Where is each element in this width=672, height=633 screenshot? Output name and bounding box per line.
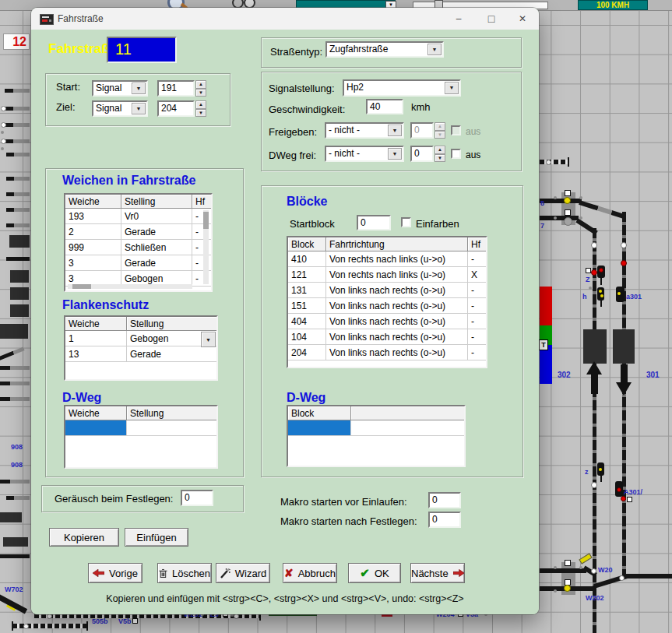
dwegfrei-number-field[interactable]: 0 (410, 146, 434, 162)
cell-dropdown-icon[interactable]: ▼ (201, 332, 216, 347)
einfuegen-button[interactable]: Einfügen (125, 528, 188, 547)
signal-label: a301 (626, 293, 642, 301)
button-label: Einfügen (136, 532, 176, 543)
geraeusch-field[interactable]: 0 (181, 490, 213, 506)
track-segment (5, 123, 30, 127)
scrollbar-thumb[interactable] (203, 212, 209, 229)
table-row[interactable]: 1Gebogen (65, 331, 218, 346)
naechste-button[interactable]: Nächste (410, 563, 465, 583)
dwegfrei-combo[interactable]: - nicht - ▼ (325, 146, 404, 162)
table-row[interactable]: 3Gerade- (65, 255, 213, 271)
combo-value: - nicht - (329, 125, 360, 135)
arrow-left-icon (93, 569, 104, 577)
table-row[interactable] (65, 420, 218, 436)
table-row[interactable]: 193Vr0- (65, 209, 213, 224)
abbruch-button[interactable]: ✘ Abbruch (283, 563, 337, 583)
spin-up-icon[interactable]: ▲ (195, 80, 206, 89)
makro-vor-field[interactable]: 0 (428, 492, 461, 508)
table-row[interactable]: 104Von links nach rechts (o->u)- (288, 329, 487, 345)
spin-up-icon[interactable]: ▲ (195, 100, 206, 109)
window-title: Fahrstraße (58, 13, 104, 24)
start-number-field[interactable]: 191 (157, 80, 195, 97)
table-row[interactable]: 410Von rechts nach links (u->o)- (288, 251, 487, 267)
train-block-large (583, 329, 607, 364)
spin-down-icon[interactable]: ▼ (195, 109, 206, 118)
table-row[interactable]: 13Gerade (65, 346, 218, 362)
wizard-button[interactable]: Wizard (216, 563, 270, 583)
makro-nach-label: Makro starten nach Festlegen: (280, 515, 417, 527)
dweg-left-title: D-Weg (62, 391, 101, 405)
track-segment (0, 397, 30, 401)
strassentyp-combo[interactable]: Zugfahrstraße ▼ (325, 41, 444, 58)
maximize-button[interactable]: □ (478, 8, 505, 30)
signal-lamp-yellow (599, 290, 602, 293)
flankenschutz-table: Weiche Stellung 1Gebogen 13Gerade ▼ (64, 315, 218, 381)
kopieren-button[interactable]: Kopieren (49, 528, 119, 547)
train-block (10, 287, 29, 300)
table-row[interactable] (288, 420, 466, 436)
ziel-number-field[interactable]: 204 (157, 100, 195, 117)
table-row[interactable]: 131Von links nach rechts (o->u)- (288, 283, 487, 298)
footer-hint: Kopieren und einfügen mit <strg><C>, <st… (31, 593, 539, 604)
track-dot (1, 106, 6, 111)
geschwindigkeit-field[interactable]: 40 (366, 99, 403, 114)
startblock-field[interactable]: 0 (357, 215, 391, 230)
ok-button[interactable]: ✔ OK (348, 563, 401, 583)
screen: ▼ 100 KMH 12 908 908 (0, 0, 672, 633)
track-dot (234, 614, 239, 619)
table-row[interactable]: 2Gerade- (65, 224, 213, 240)
selected-cell[interactable] (65, 420, 127, 436)
signal-lamp-yellow (599, 468, 602, 471)
spin-down-icon[interactable]: ▼ (435, 154, 445, 163)
geraeusch-label: Geräusch beim Festlegen: (55, 493, 173, 505)
start-spinner[interactable]: ▲ ▼ (195, 80, 206, 97)
track-end (86, 621, 88, 631)
button-label: Löschen (172, 568, 210, 579)
table-row[interactable]: 151Von links nach rechts (o->u)- (288, 298, 487, 314)
spin-up-icon[interactable]: ▲ (435, 146, 445, 154)
chevron-down-icon[interactable]: ▼ (427, 44, 442, 55)
einfarben-checkbox[interactable] (401, 217, 411, 227)
freigeben-combo[interactable]: - nicht - ▼ (325, 122, 404, 139)
table-row[interactable]: 204Von links nach rechts (o->u)- (288, 345, 487, 360)
dwegfrei-aus-checkbox[interactable] (451, 149, 461, 159)
combo-value: Signal (96, 103, 121, 114)
ziel-type-combo[interactable]: Signal ▼ (92, 100, 148, 117)
track-dot-small (554, 216, 557, 220)
selected-cell[interactable] (288, 420, 351, 436)
chevron-down-icon[interactable]: ▼ (388, 148, 402, 160)
makro-nach-field[interactable]: 0 (428, 512, 461, 528)
chevron-down-icon[interactable]: ▼ (388, 125, 402, 136)
train-block (10, 304, 29, 317)
titlebar[interactable]: Fahrstraße – □ ✕ (31, 8, 539, 30)
track-segment (540, 568, 586, 573)
column-header: Weiche (65, 195, 121, 209)
vorige-button[interactable]: Vorige (88, 563, 142, 583)
table-row[interactable]: 121Von rechts nach links (u->o)X (288, 267, 487, 283)
start-type-combo[interactable]: Signal ▼ (92, 80, 148, 97)
button-label: OK (375, 568, 389, 579)
vertical-scrollbar[interactable] (203, 210, 209, 284)
ziel-spinner[interactable]: ▲ ▼ (195, 100, 206, 117)
weichen-title: Weichen in Fahrstraße (62, 174, 195, 188)
freigeben-aus-checkbox (451, 125, 461, 135)
route-number-field[interactable]: 11 (107, 37, 177, 63)
signalstellung-combo[interactable]: Hp2 ▼ (343, 79, 461, 97)
flankenschutz-title: Flankenschutz (62, 298, 149, 312)
close-button[interactable]: ✕ (509, 8, 536, 30)
horizontal-scrollbar[interactable] (68, 284, 192, 289)
chevron-down-icon[interactable]: ▼ (445, 82, 459, 94)
train-block-large (613, 329, 635, 364)
chevron-down-icon[interactable]: ▼ (132, 83, 146, 94)
dwegfrei-spinner[interactable]: ▲ ▼ (435, 146, 445, 162)
scrollbar-thumb[interactable] (72, 284, 91, 289)
table-row[interactable]: 999Schließen- (65, 240, 213, 255)
minimize-button[interactable]: – (445, 8, 472, 30)
loeschen-button[interactable]: Löschen (157, 563, 212, 583)
block-label: 301 (646, 371, 660, 379)
chevron-down-icon[interactable]: ▼ (132, 103, 146, 114)
spin-down-icon[interactable]: ▼ (195, 89, 206, 97)
startblock-label: Startblock (290, 218, 335, 230)
table-row[interactable]: 404Von links nach rechts (o->u)- (288, 314, 487, 329)
track-dot-small (1, 147, 4, 150)
